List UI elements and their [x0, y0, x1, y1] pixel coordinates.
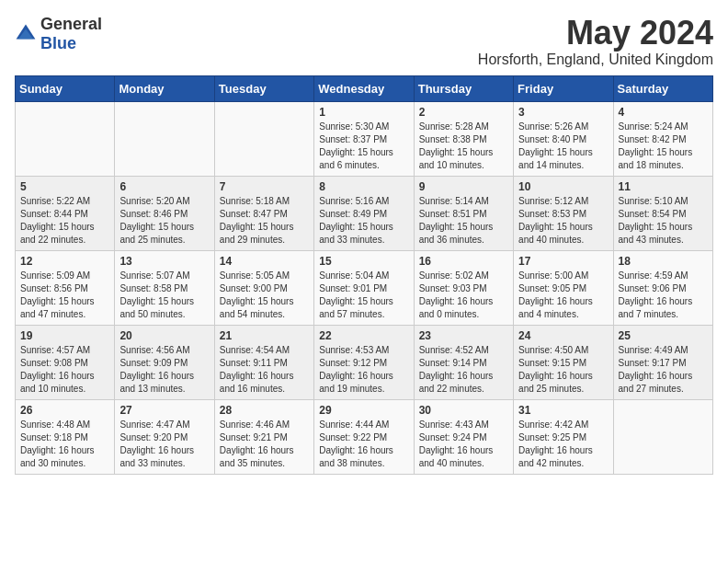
day-info: Sunrise: 4:47 AM Sunset: 9:20 PM Dayligh…	[119, 419, 209, 470]
day-number: 25	[619, 329, 708, 342]
day-info: Sunrise: 5:18 AM Sunset: 8:47 PM Dayligh…	[220, 195, 309, 247]
day-number: 22	[319, 329, 408, 342]
day-number: 20	[119, 329, 209, 342]
day-info: Sunrise: 5:30 AM Sunset: 8:37 PM Dayligh…	[319, 121, 408, 172]
logo: General Blue	[15, 15, 102, 53]
day-info: Sunrise: 5:00 AM Sunset: 9:05 PM Dayligh…	[518, 270, 608, 321]
logo-text: General Blue	[40, 15, 102, 53]
day-number: 15	[319, 255, 408, 268]
day-number: 27	[119, 404, 209, 417]
calendar-table: SundayMondayTuesdayWednesdayThursdayFrid…	[15, 75, 713, 475]
day-info: Sunrise: 5:26 AM Sunset: 8:40 PM Dayligh…	[518, 121, 608, 172]
day-number: 14	[220, 255, 309, 268]
day-info: Sunrise: 5:09 AM Sunset: 8:56 PM Dayligh…	[20, 270, 109, 321]
day-number: 19	[20, 329, 109, 342]
calendar-day-24: 24Sunrise: 4:50 AM Sunset: 9:15 PM Dayli…	[514, 325, 613, 399]
day-info: Sunrise: 4:57 AM Sunset: 9:08 PM Dayligh…	[20, 344, 109, 396]
calendar-day-10: 10Sunrise: 5:12 AM Sunset: 8:53 PM Dayli…	[514, 176, 613, 250]
day-info: Sunrise: 4:49 AM Sunset: 9:17 PM Dayligh…	[619, 344, 708, 396]
weekday-header-monday: Monday	[115, 75, 214, 101]
calendar-day-13: 13Sunrise: 5:07 AM Sunset: 8:58 PM Dayli…	[115, 250, 214, 325]
day-info: Sunrise: 5:14 AM Sunset: 8:51 PM Dayligh…	[419, 195, 508, 247]
day-info: Sunrise: 4:44 AM Sunset: 9:22 PM Dayligh…	[319, 419, 408, 470]
logo-icon	[15, 23, 37, 45]
calendar-week-row: 12Sunrise: 5:09 AM Sunset: 8:56 PM Dayli…	[16, 250, 713, 325]
day-number: 17	[518, 255, 608, 268]
calendar-empty-cell	[115, 101, 214, 176]
day-info: Sunrise: 4:48 AM Sunset: 9:18 PM Dayligh…	[20, 419, 109, 470]
calendar-day-18: 18Sunrise: 4:59 AM Sunset: 9:06 PM Dayli…	[613, 250, 712, 325]
weekday-header-thursday: Thursday	[414, 75, 513, 101]
day-info: Sunrise: 4:54 AM Sunset: 9:11 PM Dayligh…	[220, 344, 309, 396]
day-number: 9	[419, 180, 508, 193]
day-info: Sunrise: 4:53 AM Sunset: 9:12 PM Dayligh…	[319, 344, 408, 396]
calendar-day-8: 8Sunrise: 5:16 AM Sunset: 8:49 PM Daylig…	[314, 176, 414, 250]
calendar-day-29: 29Sunrise: 4:44 AM Sunset: 9:22 PM Dayli…	[314, 399, 414, 474]
calendar-day-2: 2Sunrise: 5:28 AM Sunset: 8:38 PM Daylig…	[414, 101, 513, 176]
day-number: 16	[419, 255, 508, 268]
day-number: 30	[419, 404, 508, 417]
day-number: 11	[619, 180, 708, 193]
day-number: 3	[518, 106, 608, 119]
calendar-week-row: 5Sunrise: 5:22 AM Sunset: 8:44 PM Daylig…	[16, 176, 713, 250]
calendar-empty-cell	[214, 101, 313, 176]
day-number: 8	[319, 180, 408, 193]
calendar-week-row: 19Sunrise: 4:57 AM Sunset: 9:08 PM Dayli…	[16, 325, 713, 399]
calendar-day-4: 4Sunrise: 5:24 AM Sunset: 8:42 PM Daylig…	[613, 101, 712, 176]
day-number: 5	[20, 180, 109, 193]
day-info: Sunrise: 5:24 AM Sunset: 8:42 PM Dayligh…	[619, 121, 708, 172]
day-info: Sunrise: 4:52 AM Sunset: 9:14 PM Dayligh…	[419, 344, 508, 396]
day-number: 31	[518, 404, 608, 417]
day-info: Sunrise: 4:59 AM Sunset: 9:06 PM Dayligh…	[619, 270, 708, 321]
calendar-day-1: 1Sunrise: 5:30 AM Sunset: 8:37 PM Daylig…	[314, 101, 414, 176]
weekday-header-tuesday: Tuesday	[214, 75, 313, 101]
day-number: 29	[319, 404, 408, 417]
weekday-header-friday: Friday	[514, 75, 613, 101]
day-info: Sunrise: 4:46 AM Sunset: 9:21 PM Dayligh…	[220, 419, 309, 470]
day-info: Sunrise: 5:02 AM Sunset: 9:03 PM Dayligh…	[419, 270, 508, 321]
day-number: 18	[619, 255, 708, 268]
day-info: Sunrise: 4:42 AM Sunset: 9:25 PM Dayligh…	[518, 419, 608, 470]
calendar-day-14: 14Sunrise: 5:05 AM Sunset: 9:00 PM Dayli…	[214, 250, 313, 325]
day-number: 10	[518, 180, 608, 193]
day-info: Sunrise: 5:20 AM Sunset: 8:46 PM Dayligh…	[119, 195, 209, 247]
calendar-day-22: 22Sunrise: 4:53 AM Sunset: 9:12 PM Dayli…	[314, 325, 414, 399]
calendar-day-15: 15Sunrise: 5:04 AM Sunset: 9:01 PM Dayli…	[314, 250, 414, 325]
calendar-day-26: 26Sunrise: 4:48 AM Sunset: 9:18 PM Dayli…	[16, 399, 115, 474]
day-number: 1	[319, 106, 408, 119]
calendar-day-9: 9Sunrise: 5:14 AM Sunset: 8:51 PM Daylig…	[414, 176, 513, 250]
day-info: Sunrise: 5:12 AM Sunset: 8:53 PM Dayligh…	[518, 195, 608, 247]
location-title: Horsforth, England, United Kingdom	[478, 52, 713, 68]
day-number: 13	[119, 255, 209, 268]
day-info: Sunrise: 5:22 AM Sunset: 8:44 PM Dayligh…	[20, 195, 109, 247]
day-number: 2	[419, 106, 508, 119]
title-section: May 2024 Horsforth, England, United King…	[478, 15, 713, 68]
day-number: 24	[518, 329, 608, 342]
day-number: 28	[220, 404, 309, 417]
calendar-day-11: 11Sunrise: 5:10 AM Sunset: 8:54 PM Dayli…	[613, 176, 712, 250]
calendar-day-27: 27Sunrise: 4:47 AM Sunset: 9:20 PM Dayli…	[115, 399, 214, 474]
calendar-empty-cell	[16, 101, 115, 176]
calendar-day-21: 21Sunrise: 4:54 AM Sunset: 9:11 PM Dayli…	[214, 325, 313, 399]
day-number: 21	[220, 329, 309, 342]
calendar-day-30: 30Sunrise: 4:43 AM Sunset: 9:24 PM Dayli…	[414, 399, 513, 474]
day-number: 26	[20, 404, 109, 417]
logo-general: General	[40, 15, 102, 33]
calendar-day-5: 5Sunrise: 5:22 AM Sunset: 8:44 PM Daylig…	[16, 176, 115, 250]
calendar-day-3: 3Sunrise: 5:26 AM Sunset: 8:40 PM Daylig…	[514, 101, 613, 176]
calendar-empty-cell	[613, 399, 712, 474]
day-number: 4	[619, 106, 708, 119]
calendar-day-6: 6Sunrise: 5:20 AM Sunset: 8:46 PM Daylig…	[115, 176, 214, 250]
calendar-week-row: 1Sunrise: 5:30 AM Sunset: 8:37 PM Daylig…	[16, 101, 713, 176]
day-info: Sunrise: 5:04 AM Sunset: 9:01 PM Dayligh…	[319, 270, 408, 321]
day-info: Sunrise: 5:10 AM Sunset: 8:54 PM Dayligh…	[619, 195, 708, 247]
logo-blue: Blue	[40, 34, 76, 52]
day-info: Sunrise: 5:05 AM Sunset: 9:00 PM Dayligh…	[220, 270, 309, 321]
day-info: Sunrise: 5:07 AM Sunset: 8:58 PM Dayligh…	[119, 270, 209, 321]
calendar-day-23: 23Sunrise: 4:52 AM Sunset: 9:14 PM Dayli…	[414, 325, 513, 399]
calendar-day-17: 17Sunrise: 5:00 AM Sunset: 9:05 PM Dayli…	[514, 250, 613, 325]
day-info: Sunrise: 4:56 AM Sunset: 9:09 PM Dayligh…	[119, 344, 209, 396]
weekday-header-sunday: Sunday	[16, 75, 115, 101]
calendar-day-19: 19Sunrise: 4:57 AM Sunset: 9:08 PM Dayli…	[16, 325, 115, 399]
weekday-header-wednesday: Wednesday	[314, 75, 414, 101]
